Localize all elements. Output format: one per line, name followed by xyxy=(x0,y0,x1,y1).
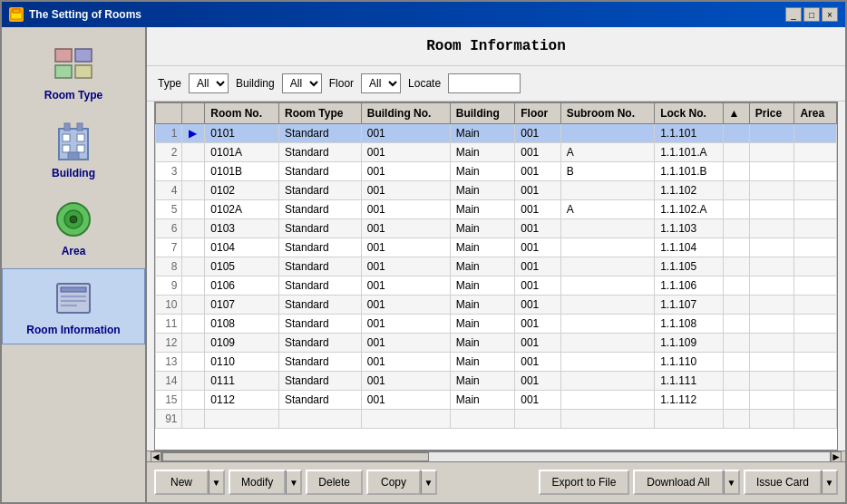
issue-card-button[interactable]: Issue Card xyxy=(744,470,822,495)
close-button[interactable]: × xyxy=(822,7,838,22)
row-arrow xyxy=(181,162,205,181)
row-num: 10 xyxy=(156,296,182,315)
cell-building: Main xyxy=(450,315,514,334)
table-row[interactable]: 150112Standard001Main0011.1.112 xyxy=(156,391,837,410)
col-room-no[interactable]: Room No. xyxy=(205,103,279,124)
scrollbar-thumb[interactable] xyxy=(162,452,429,461)
svg-rect-4 xyxy=(55,65,72,78)
modify-dropdown-button[interactable]: ▼ xyxy=(286,470,302,495)
footer-bar: New ▼ Modify ▼ Delete Copy ▼ Export to F… xyxy=(147,461,845,502)
cell-room-type: Standard xyxy=(278,143,361,162)
building-select[interactable]: All xyxy=(282,73,322,93)
col-floor[interactable]: Floor xyxy=(515,103,560,124)
col-lock-no[interactable]: Lock No. xyxy=(655,103,723,124)
row-arrow xyxy=(181,315,205,334)
cell-building-no xyxy=(361,410,450,429)
table-row[interactable]: 40102Standard001Main0011.1.102 xyxy=(156,181,837,200)
download-dropdown-button[interactable]: ▼ xyxy=(724,470,740,495)
sidebar-item-building[interactable]: Building xyxy=(2,112,145,187)
cell-building: Main xyxy=(450,257,514,276)
table-row[interactable]: 140111Standard001Main0011.1.111 xyxy=(156,372,837,391)
cell-building-no: 001 xyxy=(361,162,450,181)
cell-subroom-no xyxy=(560,353,655,372)
table-row[interactable]: 50102AStandard001Main001A1.1.102.A xyxy=(156,200,837,219)
download-button[interactable]: Download All xyxy=(633,470,724,495)
sidebar-label-room-information: Room Information xyxy=(26,324,120,336)
table-row[interactable]: 90106Standard001Main0011.1.106 xyxy=(156,276,837,296)
app-icon xyxy=(9,7,24,22)
cell-room-type: Standard xyxy=(278,315,361,334)
scroll-right-button[interactable]: ► xyxy=(831,451,842,462)
col-building[interactable]: Building xyxy=(450,103,514,124)
cell-area xyxy=(794,391,837,410)
table-row[interactable]: 91 xyxy=(156,410,837,429)
sidebar-item-room-type[interactable]: Room Type xyxy=(2,34,145,109)
row-num: 9 xyxy=(156,276,182,296)
issue-dropdown-button[interactable]: ▼ xyxy=(822,470,838,495)
table-row[interactable]: 60103Standard001Main0011.1.103 xyxy=(156,219,837,238)
cell-building-no: 001 xyxy=(361,257,450,276)
table-row[interactable]: 130110Standard001Main0011.1.110 xyxy=(156,353,837,372)
svg-rect-11 xyxy=(68,152,79,160)
cell-flag xyxy=(723,353,749,372)
cell-lock-no: 1.1.101 xyxy=(655,124,723,143)
svg-rect-18 xyxy=(61,287,86,292)
table-row[interactable]: 100107Standard001Main0011.1.107 xyxy=(156,296,837,315)
delete-button[interactable]: Delete xyxy=(306,470,363,495)
cell-room-no: 0112 xyxy=(205,391,279,410)
table-row[interactable]: 110108Standard001Main0011.1.108 xyxy=(156,315,837,334)
cell-flag xyxy=(723,162,749,181)
cell-room-no: 0107 xyxy=(205,296,279,315)
col-building-no[interactable]: Building No. xyxy=(361,103,450,124)
cell-price xyxy=(749,315,794,334)
svg-rect-3 xyxy=(75,49,92,62)
modify-button[interactable]: Modify xyxy=(229,470,286,495)
scroll-left-button[interactable]: ◄ xyxy=(151,451,161,462)
title-bar: The Setting of Rooms _ □ × xyxy=(2,2,845,27)
cell-lock-no: 1.1.104 xyxy=(655,238,723,257)
cell-flag xyxy=(723,219,749,238)
cell-building: Main xyxy=(450,124,514,143)
table-row[interactable]: 20101AStandard001Main001A1.1.101.A xyxy=(156,143,837,162)
maximize-button[interactable]: □ xyxy=(803,7,820,22)
cell-subroom-no xyxy=(560,372,655,391)
minimize-button[interactable]: _ xyxy=(785,7,802,22)
table-row[interactable]: 70104Standard001Main0011.1.104 xyxy=(156,238,837,257)
cell-area xyxy=(794,410,837,429)
table-row[interactable]: 80105Standard001Main0011.1.105 xyxy=(156,257,837,276)
new-dropdown-button[interactable]: ▼ xyxy=(209,470,225,495)
locate-input[interactable] xyxy=(448,73,521,93)
cell-price xyxy=(749,296,794,315)
cell-room-type: Standard xyxy=(278,372,361,391)
col-price[interactable]: Price xyxy=(749,103,794,124)
col-room-type[interactable]: Room Type xyxy=(278,103,361,124)
svg-rect-9 xyxy=(63,145,70,152)
table-row[interactable]: 30101BStandard001Main001B1.1.101.B xyxy=(156,162,837,181)
new-button[interactable]: New xyxy=(154,470,209,495)
copy-dropdown-button[interactable]: ▼ xyxy=(421,470,437,495)
export-button[interactable]: Export to File xyxy=(539,470,629,495)
cell-flag xyxy=(723,238,749,257)
cell-room-type: Standard xyxy=(278,353,361,372)
cell-building: Main xyxy=(450,353,514,372)
copy-button[interactable]: Copy xyxy=(366,470,421,495)
cell-room-type: Standard xyxy=(278,391,361,410)
type-select[interactable]: All xyxy=(189,73,229,93)
cell-subroom-no: A xyxy=(560,200,655,219)
cell-area xyxy=(794,372,837,391)
floor-select[interactable]: All xyxy=(361,73,401,93)
cell-area xyxy=(794,143,837,162)
sidebar-item-area[interactable]: Area xyxy=(2,190,145,265)
row-num: 2 xyxy=(156,143,182,162)
cell-flag xyxy=(723,200,749,219)
cell-area xyxy=(794,315,837,334)
table-row[interactable]: 1▶0101Standard001Main0011.1.101 xyxy=(156,124,837,143)
cell-building-no: 001 xyxy=(361,334,450,353)
col-area[interactable]: Area xyxy=(794,103,837,124)
table-row[interactable]: 120109Standard001Main0011.1.109 xyxy=(156,334,837,353)
col-subroom-no[interactable]: Subroom No. xyxy=(560,103,655,124)
sidebar-item-room-information[interactable]: Room Information xyxy=(2,268,145,344)
horizontal-scrollbar[interactable] xyxy=(161,451,831,462)
cell-flag xyxy=(723,296,749,315)
cell-building: Main xyxy=(450,200,514,219)
